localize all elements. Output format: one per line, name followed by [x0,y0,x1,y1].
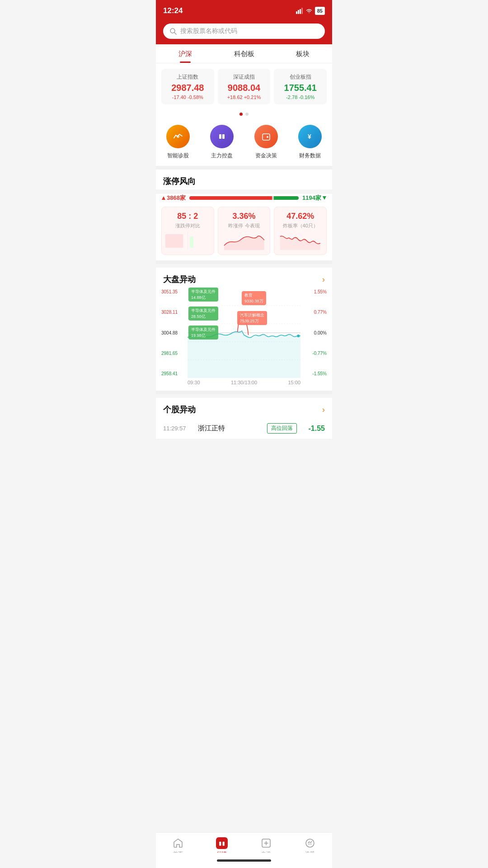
svg-rect-2 [300,9,301,14]
limit-card-zhaboard[interactable]: 47.62% 炸板率（40只） [274,207,327,255]
stock-section-header: 个股异动 › [156,398,332,418]
quick-action-zhendugu[interactable]: 智能诊股 [156,125,200,160]
limit-bar-container: 3868家 1194家 [161,194,327,202]
shenzhen-change: +18.62 +0.21% [221,94,267,100]
perf-chart [222,232,267,250]
status-bar: 12:24 85 [156,0,332,20]
market-section-header: 大盘异动 › [156,268,332,288]
svg-point-9 [267,136,268,138]
index-cards: 上证指数 2987.48 -17.40 -0.58% 深证成指 9088.04 … [156,63,332,110]
svg-rect-0 [296,11,297,14]
divider-3 [156,391,332,394]
shanghai-change: -17.40 -0.58% [165,94,211,100]
stock-item[interactable]: 11:29:57 浙江正特 高位回落 -1.55 [156,418,332,439]
search-icon [169,28,177,35]
dot-1 [239,113,243,116]
price-label-5: 2958.41 [161,371,178,376]
shenzhen-value: 9088.04 [221,83,267,93]
stock-change: -1.55 [302,425,325,433]
price-label-1: 3051.35 [161,289,178,294]
tab-husheng[interactable]: 沪深 [156,44,215,63]
svg-rect-3 [301,8,303,14]
limit-card-ratio[interactable]: 85 : 2 涨跌停对比 [161,207,214,255]
index-chuangye[interactable]: 创业板指 1755.41 -2.78 -0.16% [274,69,327,104]
quick-action-zhuli[interactable]: 主力控盘 [200,125,244,160]
tooltip-semi-1: 半导体及元件14.88亿 [188,288,218,302]
svg-rect-7 [219,134,221,139]
wifi-icon [305,8,313,14]
quick-action-zijin[interactable]: 资金决策 [244,125,288,160]
signal-icon [296,8,303,14]
time-end: 15:00 [288,380,300,385]
limit-down-label: 1194家 [302,194,327,202]
caiwu-icon: ¥ [298,125,322,148]
tab-bankuai[interactable]: 板块 [273,44,332,63]
pct-label-2: 0.77% [312,310,327,315]
svg-marker-11 [162,196,165,200]
limit-section-header: 涨停风向 [156,170,332,189]
pagination-dots [156,110,332,120]
status-icons: 85 [296,7,325,15]
stock-section: 个股异动 › 11:29:57 浙江正特 高位回落 -1.55 [156,398,332,439]
battery-indicator: 85 [315,7,325,15]
svg-rect-8 [222,134,225,139]
zijin-icon [254,125,278,148]
time-mid: 11:30/13:00 [231,380,257,385]
price-label-2: 3028.11 [161,310,178,315]
limit-card-perf[interactable]: 3.36% 昨涨停 今表现 [218,207,271,255]
chuangye-value: 1755.41 [277,83,323,93]
ratio-chart [165,232,210,250]
market-arrow[interactable]: › [322,275,325,284]
svg-rect-1 [298,10,299,14]
limit-title: 涨停风向 [163,176,196,187]
dot-2 [245,113,249,116]
limit-cards: 85 : 2 涨跌停对比 3.36% 昨涨停 今表现 47.62% [161,207,327,255]
pct-label-4: -0.77% [312,351,327,356]
stock-time: 11:29:57 [163,425,192,432]
chart-time-labels: 09:30 11:30/13:00 15:00 [188,378,300,387]
bottom-spacer [156,439,332,476]
chuangye-change: -2.78 -0.16% [277,94,323,100]
svg-rect-15 [190,236,193,248]
pct-label-3: 0.00% [312,330,327,335]
pct-label-5: -1.55% [312,371,327,376]
tooltip-auto: 汽车沂解概念7539.25万 [237,311,267,325]
limit-bar-red [189,196,272,200]
limit-bar-green [274,196,299,200]
tab-kechuang[interactable]: 科创板 [215,44,273,63]
svg-rect-14 [165,234,183,248]
market-title: 大盘异动 [163,274,196,285]
index-shanghai[interactable]: 上证指数 2987.48 -17.40 -0.58% [161,69,214,104]
price-label-3: 3004.88 [161,330,178,335]
divider-2 [156,260,332,264]
limit-section: 3868家 1194家 85 : 2 涨跌停对比 3.36% [156,194,332,260]
svg-line-5 [174,33,176,34]
market-chart-section: 大盘异动 › 3051.35 3028.11 3004.88 2981.65 2… [156,268,332,391]
svg-text:¥: ¥ [308,133,311,140]
limit-bar [189,196,299,200]
tooltip-semi-2: 半导体及元件28.50亿 [188,307,218,321]
index-shenzhen[interactable]: 深证成指 9088.04 +18.62 +0.21% [218,69,271,104]
divider-1 [156,166,332,170]
tooltip-semi-3: 半导体及元件19.98亿 [188,326,218,340]
time-start: 09:30 [188,380,200,385]
stock-tag: 高位回落 [267,423,297,434]
quick-actions: 智能诊股 主力控盘 资金决策 ¥ 财务数据 [156,120,332,166]
tooltip-edu: 教育9330.38万 [242,291,266,305]
zhuli-icon [210,125,234,148]
svg-point-21 [297,335,300,337]
zhaboard-chart [278,232,323,250]
chart-canvas: 半导体及元件14.88亿 半导体及元件28.50亿 半导体及元件19.98亿 教… [188,288,300,378]
stock-name: 浙江正特 [198,424,262,433]
limit-up-label: 3868家 [161,194,186,202]
search-placeholder: 搜索股票名称或代码 [180,27,237,35]
search-input-box[interactable]: 搜索股票名称或代码 [163,24,325,39]
stock-title: 个股异动 [163,404,196,415]
status-time: 12:24 [163,6,183,15]
quick-action-caiwu[interactable]: ¥ 财务数据 [288,125,333,160]
stock-arrow[interactable]: › [322,405,325,415]
shanghai-value: 2987.48 [165,83,211,93]
market-chart-area: 3051.35 3028.11 3004.88 2981.65 2958.41 … [156,288,332,391]
market-tabs: 沪深 科创板 板块 [156,44,332,63]
price-label-4: 2981.65 [161,351,178,356]
